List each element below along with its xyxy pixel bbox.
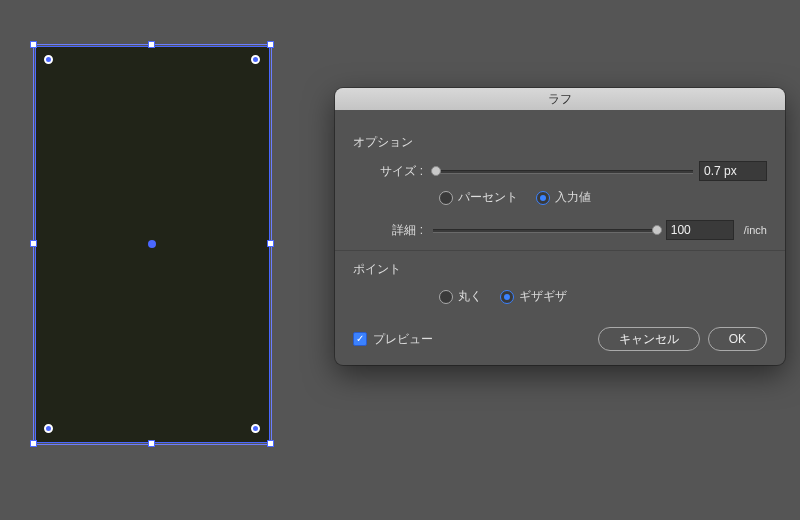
- selection-handle[interactable]: [30, 41, 37, 48]
- radio-icon: [439, 290, 453, 304]
- preview-checkbox[interactable]: ✓ プレビュー: [353, 331, 433, 348]
- radio-label: ギザギザ: [519, 288, 567, 305]
- section-divider: [335, 250, 785, 251]
- points-section-label: ポイント: [353, 261, 767, 278]
- preview-label: プレビュー: [373, 331, 433, 348]
- roughen-dialog: ラフ オプション サイズ : パーセント 入力値 詳細 :: [335, 88, 785, 365]
- size-mode-percent-radio[interactable]: パーセント: [439, 189, 518, 206]
- radio-icon: [439, 191, 453, 205]
- selection-handle[interactable]: [267, 240, 274, 247]
- selection-handle[interactable]: [30, 440, 37, 447]
- size-input[interactable]: [699, 161, 767, 181]
- selection-handle[interactable]: [267, 41, 274, 48]
- anchor-point[interactable]: [44, 55, 53, 64]
- detail-label: 詳細 :: [353, 222, 427, 239]
- selection-handle[interactable]: [30, 240, 37, 247]
- object-center-indicator: [148, 240, 156, 248]
- size-label: サイズ :: [353, 163, 427, 180]
- dialog-title[interactable]: ラフ: [335, 88, 785, 110]
- selection-handle[interactable]: [267, 440, 274, 447]
- radio-icon: [536, 191, 550, 205]
- detail-slider[interactable]: [433, 223, 660, 237]
- selection-handle[interactable]: [148, 440, 155, 447]
- radio-icon: [500, 290, 514, 304]
- selection-handle[interactable]: [148, 41, 155, 48]
- radio-label: 丸く: [458, 288, 482, 305]
- radio-label: 入力値: [555, 189, 591, 206]
- cancel-button[interactable]: キャンセル: [598, 327, 700, 351]
- anchor-point[interactable]: [251, 55, 260, 64]
- anchor-point[interactable]: [251, 424, 260, 433]
- anchor-point[interactable]: [44, 424, 53, 433]
- radio-label: パーセント: [458, 189, 518, 206]
- size-mode-absolute-radio[interactable]: 入力値: [536, 189, 591, 206]
- detail-unit: /inch: [744, 224, 767, 236]
- size-slider[interactable]: [433, 164, 693, 178]
- points-round-radio[interactable]: 丸く: [439, 288, 482, 305]
- options-section-label: オプション: [353, 134, 767, 151]
- detail-input[interactable]: [666, 220, 734, 240]
- ok-button[interactable]: OK: [708, 327, 767, 351]
- checkbox-icon: ✓: [353, 332, 367, 346]
- detail-slider-knob[interactable]: [652, 225, 662, 235]
- size-slider-knob[interactable]: [431, 166, 441, 176]
- points-jagged-radio[interactable]: ギザギザ: [500, 288, 567, 305]
